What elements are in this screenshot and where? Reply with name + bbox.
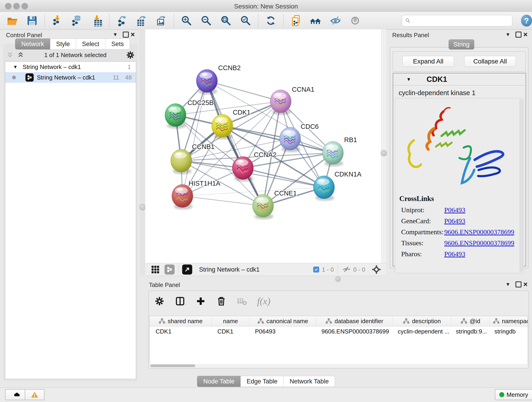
import-table-icon[interactable] [91,15,103,27]
column-header-shared-name[interactable]: shared name [150,316,212,326]
node-CCNB2[interactable]: CCNB2 [196,64,241,95]
crosslink-link[interactable]: P06493 [444,206,465,214]
gear-icon[interactable] [126,50,135,60]
expand-all-button[interactable]: Expand All [402,56,454,67]
eye-slash-icon[interactable] [329,15,341,27]
column-header-namespace[interactable]: namespace [490,316,528,326]
zoom-out-icon[interactable] [200,15,212,27]
annotation-documents-icon[interactable] [290,15,302,27]
crosslink-link[interactable]: 9606.ENSP00000378699 [444,228,514,236]
network-collection-row[interactable]: ▼ String Network – cdk1 1 [5,62,136,72]
grid-overview-icon[interactable] [150,264,160,274]
zoom-in-icon[interactable] [181,15,192,27]
column-header-@id[interactable]: @id [451,316,490,326]
main-toolbar: ? [0,12,532,30]
birdseye-houses-icon[interactable] [310,15,322,27]
table-tab-network-table[interactable]: Network Table [284,376,335,387]
open-session-icon[interactable] [6,15,18,27]
column-header-description[interactable]: description [393,316,451,326]
crosslink-link[interactable]: P06493 [444,217,465,225]
results-scrollbar[interactable] [520,99,523,272]
table-tab-edge-table[interactable]: Edge Table [241,376,284,387]
node-CCNE1[interactable]: CCNE1 [253,190,297,219]
left-splitter[interactable] [139,29,145,275]
gene-section: ▼ CDK1 cyclin-dependent kinase 1 CrossLi… [393,73,526,266]
svg-text:RB1: RB1 [344,136,357,143]
warning-button[interactable] [25,389,44,400]
right-splitter-handle[interactable] [380,150,387,156]
share-view-icon[interactable] [165,264,175,274]
results-tab-string[interactable]: String [449,39,474,50]
gene-collapse-icon[interactable]: ▼ [406,77,411,82]
open-in-window-icon[interactable] [182,264,192,274]
memory-status-dot [499,392,504,397]
collapse-all-button[interactable]: Collapse All [464,56,516,67]
table-hscrollbar[interactable] [149,364,527,368]
tree-expand-icon[interactable]: ▼ [13,64,18,70]
column-header-canonical-name[interactable]: canonical name [249,316,316,326]
node-CDC25B[interactable]: CDC25B [165,99,214,128]
table-row[interactable]: CDK1CDK1P064939606.ENSP00000378699cyclin… [150,326,528,337]
left-splitter-handle[interactable] [139,204,146,211]
collapse-all-chevron-icon[interactable] [6,51,15,60]
search-input[interactable] [413,17,509,25]
control-tab-network[interactable]: Network [15,38,50,50]
refresh-layout-icon[interactable] [265,15,277,27]
results-panel-close-icon[interactable]: × [523,31,528,38]
control-tab-select[interactable]: Select [76,38,105,50]
memory-label: Memory [507,391,528,398]
table-gear-icon[interactable] [154,296,165,307]
export-network-icon[interactable] [116,15,128,27]
selected-checkbox-icon[interactable] [313,267,319,273]
save-session-icon[interactable] [26,15,38,27]
canvas-right-strip [381,29,386,263]
table-cell: cyclin-dependent ... [392,326,450,337]
gene-section-header[interactable]: ▼ CDK1 [393,73,526,85]
hidden-eye-icon[interactable] [341,265,351,274]
footer-separator [337,265,338,274]
table-hscrollbar-thumb[interactable] [150,364,195,367]
delete-column-icon[interactable] [216,296,227,307]
memory-button[interactable]: Memory [495,389,532,400]
results-panel-float-icon[interactable] [515,32,521,38]
results-panel-title: Results Panel [392,32,429,39]
network-row-selected[interactable]: String Network – cdk1 11 48 [5,72,136,83]
table-panel-collapse-icon[interactable]: ▼ [505,282,510,287]
network-canvas[interactable]: CCNB2CCNA1CDC25BCDK1CDC6RB1CCNB1CCNA2CDK… [145,29,381,263]
horizontal-splitter-handle[interactable] [335,276,341,282]
import-network-database-icon[interactable] [71,15,83,27]
control-tab-style[interactable]: Style [50,38,76,50]
results-panel-collapse-icon[interactable]: ▼ [505,32,510,37]
control-tab-sets[interactable]: Sets [105,38,130,50]
zoom-selected-icon[interactable] [240,15,252,27]
collection-count: 1 [128,64,131,70]
node-CDKN1A[interactable]: CDKN1A [313,171,361,201]
control-panel-float-icon[interactable] [123,32,129,38]
column-header-database-identifier[interactable]: database identifier [316,316,393,326]
table-panel-float-icon[interactable] [515,281,521,287]
split-columns-icon[interactable] [175,296,186,307]
crosslink-link[interactable]: 9606.ENSP00000378699 [444,239,514,247]
export-table-icon[interactable] [136,15,147,27]
crosshair-icon[interactable] [371,264,382,275]
crosslink-row: Tissues:9606.ENSP00000378699 [395,239,524,247]
svg-text:HIST1H1A: HIST1H1A [189,180,220,187]
control-panel-collapse-icon[interactable]: ▼ [113,32,118,37]
gray-orb-icon[interactable] [349,15,361,27]
node-RB1[interactable]: RB1 [322,136,357,166]
node-HIST1H1A[interactable]: HIST1H1A [172,180,220,210]
help-button[interactable]: ? [521,15,532,27]
zoom-fit-icon[interactable] [220,15,232,27]
node-CCNA1[interactable]: CCNA1 [270,86,314,115]
expand-all-chevron-icon[interactable] [16,51,25,60]
column-header-name[interactable]: name [212,316,249,326]
search-box[interactable] [402,15,512,26]
crosslink-link[interactable]: P06493 [444,250,465,258]
table-panel-close-icon[interactable]: × [523,281,528,288]
control-panel-close-icon[interactable]: × [131,31,135,38]
import-network-file-icon[interactable] [51,15,63,27]
network-graph[interactable]: CCNB2CCNA1CDC25BCDK1CDC6RB1CCNB1CCNA2CDK… [145,29,381,263]
table-tab-node-table[interactable]: Node Table [197,376,241,387]
add-column-icon[interactable] [195,296,206,307]
export-image-icon[interactable] [155,15,167,27]
